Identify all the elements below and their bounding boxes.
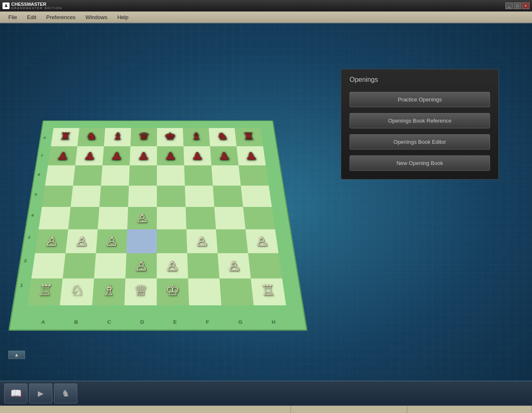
cell[interactable] <box>51 128 79 146</box>
row-label-2: 2 <box>24 258 27 263</box>
chess-grid[interactable] <box>27 128 286 305</box>
menu-help[interactable]: Help <box>112 12 133 22</box>
cell[interactable] <box>48 146 77 165</box>
book-tool-button[interactable]: 📖 <box>4 384 27 403</box>
col-label-a: A <box>41 319 45 325</box>
cell[interactable] <box>31 253 65 278</box>
cell[interactable] <box>186 207 216 229</box>
cell[interactable] <box>248 253 282 278</box>
cell[interactable] <box>243 207 275 229</box>
cell[interactable] <box>77 128 105 146</box>
cell[interactable] <box>68 207 99 229</box>
cell[interactable] <box>218 253 251 278</box>
cell[interactable] <box>219 278 254 305</box>
cell[interactable] <box>157 229 187 253</box>
cell[interactable] <box>188 278 222 305</box>
bottom-toolbar: 📖 ▶ ♞ <box>0 381 532 406</box>
cell[interactable] <box>130 146 157 165</box>
scroll-up-button[interactable]: ▲ <box>8 351 25 359</box>
cell[interactable] <box>236 146 266 165</box>
cell[interactable] <box>128 186 157 207</box>
col-label-c: C <box>107 319 111 325</box>
cell[interactable] <box>96 229 127 253</box>
cell[interactable] <box>212 165 241 186</box>
row-label-5: 5 <box>34 192 37 197</box>
menu-windows[interactable]: Windows <box>80 12 112 22</box>
cell[interactable] <box>187 253 219 278</box>
col-label-e: E <box>173 319 177 325</box>
status-segment-1 <box>0 406 291 413</box>
cell[interactable] <box>39 207 71 229</box>
cell[interactable] <box>45 165 75 186</box>
cell[interactable] <box>157 146 185 165</box>
cell[interactable] <box>73 165 103 186</box>
menu-preferences[interactable]: Preferences <box>41 12 80 22</box>
openings-panel: Openings Practice Openings Openings Book… <box>341 69 499 179</box>
cell[interactable] <box>35 229 68 253</box>
scroll-up-icon: ▲ <box>14 352 19 358</box>
cell[interactable] <box>127 207 157 229</box>
cell[interactable] <box>94 253 126 278</box>
cell[interactable] <box>157 253 188 278</box>
col-label-f: F <box>206 319 209 325</box>
cell[interactable] <box>241 186 272 207</box>
cell[interactable] <box>27 278 63 305</box>
main-area: 8 7 6 5 4 3 2 1 A B C D E F G <box>0 23 532 388</box>
cell[interactable] <box>213 186 243 207</box>
menu-edit[interactable]: Edit <box>22 12 41 22</box>
cell[interactable] <box>157 278 189 305</box>
cell[interactable] <box>251 278 286 305</box>
cell[interactable] <box>60 278 94 305</box>
cell[interactable] <box>99 186 129 207</box>
knight-tool-button[interactable]: ♞ <box>54 384 77 403</box>
title-bar-controls[interactable]: _ □ × <box>505 2 530 9</box>
col-label-g: G <box>238 319 243 325</box>
cell[interactable] <box>157 165 185 186</box>
cell[interactable] <box>75 146 104 165</box>
cell[interactable] <box>210 146 239 165</box>
cell[interactable] <box>157 207 186 229</box>
cell[interactable] <box>63 253 96 278</box>
menu-file[interactable]: File <box>3 12 22 22</box>
knight-icon: ♞ <box>62 388 70 399</box>
openings-book-reference-button[interactable]: Openings Book Reference <box>350 113 490 128</box>
cell[interactable] <box>184 165 213 186</box>
practice-openings-button[interactable]: Practice Openings <box>350 92 490 107</box>
row-label-4: 4 <box>31 213 34 218</box>
cell[interactable] <box>131 128 157 146</box>
cell[interactable] <box>103 146 131 165</box>
openings-book-editor-button[interactable]: Openings Book Editor <box>350 134 490 150</box>
cell[interactable] <box>66 229 98 253</box>
book-icon: 📖 <box>10 388 22 399</box>
cell[interactable] <box>71 186 101 207</box>
cell[interactable] <box>126 229 157 253</box>
cell[interactable] <box>101 165 130 186</box>
cell[interactable] <box>157 128 184 146</box>
cell[interactable] <box>92 278 126 305</box>
cell[interactable] <box>186 229 217 253</box>
cell[interactable] <box>239 165 269 186</box>
cell[interactable] <box>124 278 157 305</box>
close-button[interactable]: × <box>522 2 530 9</box>
cell[interactable] <box>234 128 263 146</box>
cell[interactable] <box>183 146 211 165</box>
cell[interactable] <box>126 253 157 278</box>
cell[interactable] <box>209 128 236 146</box>
cell[interactable] <box>129 165 157 186</box>
play-tool-button[interactable]: ▶ <box>29 384 52 403</box>
row-label-3: 3 <box>27 235 31 239</box>
chess-board[interactable]: 8 7 6 5 4 3 2 1 A B C D E F G <box>8 120 308 331</box>
cell[interactable] <box>104 128 131 146</box>
cell[interactable] <box>183 128 210 146</box>
cell[interactable] <box>185 186 214 207</box>
cell[interactable] <box>216 229 248 253</box>
new-opening-book-button[interactable]: New Opening Book <box>350 155 490 171</box>
cell[interactable] <box>98 207 128 229</box>
maximize-button[interactable]: □ <box>514 2 521 9</box>
cell[interactable] <box>42 186 73 207</box>
col-label-b: B <box>74 319 79 325</box>
cell[interactable] <box>157 186 185 207</box>
minimize-button[interactable]: _ <box>505 2 513 9</box>
cell[interactable] <box>246 229 278 253</box>
cell[interactable] <box>214 207 246 229</box>
